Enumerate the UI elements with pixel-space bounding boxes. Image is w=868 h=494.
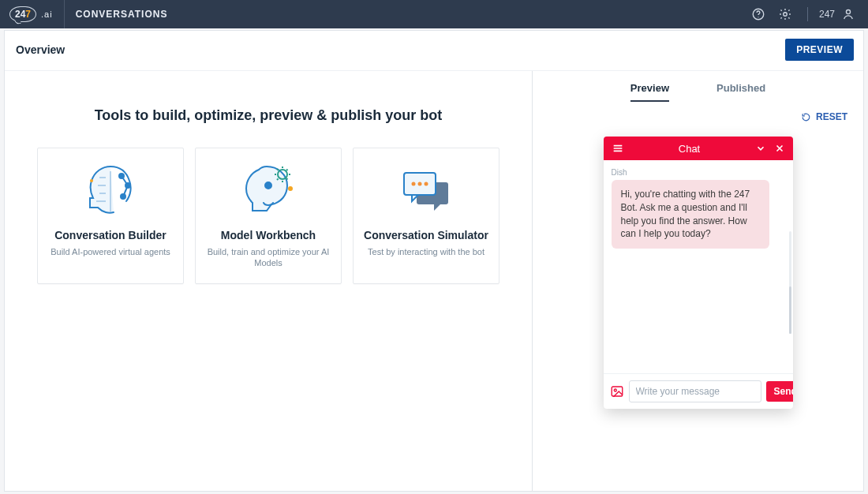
chat-title: Chat [624, 143, 755, 155]
svg-point-3 [846, 9, 850, 13]
conversation-builder-icon [46, 161, 175, 221]
user-label: 247 [819, 9, 835, 20]
svg-rect-16 [612, 387, 623, 396]
attach-image-icon[interactable] [610, 384, 624, 399]
chat-scrollbar-thumb[interactable] [789, 286, 791, 334]
card-model-workbench[interactable]: Model Workbench Build, train and optimiz… [195, 148, 342, 284]
svg-point-14 [418, 182, 422, 186]
svg-point-15 [425, 182, 428, 186]
chat-send-button[interactable]: Send [766, 381, 793, 402]
preview-tabs: Preview Published [533, 71, 863, 107]
reset-label: RESET [816, 111, 847, 122]
help-icon[interactable] [750, 6, 766, 22]
reset-icon [801, 112, 811, 122]
svg-point-1 [758, 17, 758, 17]
brand-logo[interactable]: 247 .ai [9, 0, 65, 28]
user-icon [841, 7, 855, 21]
page-title: Overview [16, 43, 65, 56]
chat-header: Chat [604, 137, 793, 160]
svg-point-13 [412, 182, 416, 186]
tab-preview[interactable]: Preview [630, 82, 669, 102]
chat-message-bot: Hi, you're chatting with the 247 Bot. As… [612, 180, 769, 249]
chat-bot-name: Dish [612, 168, 785, 177]
page: Overview PREVIEW Tools to build, optimiz… [4, 30, 864, 492]
preview-button[interactable]: PREVIEW [785, 39, 854, 61]
topbar: 247 .ai CONVERSATIONS 247 [0, 0, 868, 28]
card-conversation-builder[interactable]: Conversation Builder Build AI-powered vi… [37, 148, 184, 284]
app-title: CONVERSATIONS [65, 9, 168, 20]
preview-panel: Preview Published RESET Chat [532, 71, 863, 491]
user-menu[interactable]: 247 [819, 7, 855, 21]
svg-point-2 [784, 13, 788, 17]
chat-widget: Chat Dish Hi, you're chatting with [604, 137, 793, 409]
logo-suffix: .ai [41, 9, 53, 19]
separator [807, 7, 808, 21]
svg-point-17 [614, 389, 616, 391]
card-conversation-simulator[interactable]: Conversation Simulator Test by interacti… [353, 148, 499, 284]
card-desc: Build AI-powered virtual agents [46, 246, 175, 257]
tool-cards: Conversation Builder Build AI-powered vi… [21, 148, 516, 284]
card-desc: Test by interacting with the bot [361, 246, 491, 257]
main-content: Tools to build, optimize, preview & publ… [5, 71, 532, 491]
chat-input[interactable] [629, 380, 761, 402]
svg-point-7 [90, 179, 93, 182]
logo-24: 24 [15, 9, 25, 20]
card-title: Model Workbench [204, 229, 333, 241]
card-desc: Build, train and optimize your AI Models [204, 246, 333, 269]
svg-point-10 [288, 186, 293, 191]
chat-body: Dish Hi, you're chatting with the 247 Bo… [604, 160, 793, 373]
conversation-simulator-icon [361, 161, 491, 221]
svg-point-8 [265, 182, 271, 189]
tab-published[interactable]: Published [716, 82, 765, 102]
hero-heading: Tools to build, optimize, preview & publ… [21, 90, 516, 148]
chat-scrollbar[interactable] [789, 231, 791, 334]
chat-menu-icon[interactable] [612, 142, 624, 155]
chat-input-row: Send [604, 373, 793, 409]
card-title: Conversation Builder [46, 229, 175, 241]
page-header: Overview PREVIEW [5, 31, 863, 71]
chat-minimize-icon[interactable] [755, 143, 766, 154]
gear-icon[interactable] [777, 6, 793, 22]
logo-icon: 247 [9, 6, 36, 22]
reset-button[interactable]: RESET [801, 111, 847, 122]
logo-7: 7 [25, 9, 31, 20]
chat-close-icon[interactable] [774, 143, 785, 154]
model-workbench-icon [204, 161, 333, 221]
card-title: Conversation Simulator [361, 229, 491, 241]
